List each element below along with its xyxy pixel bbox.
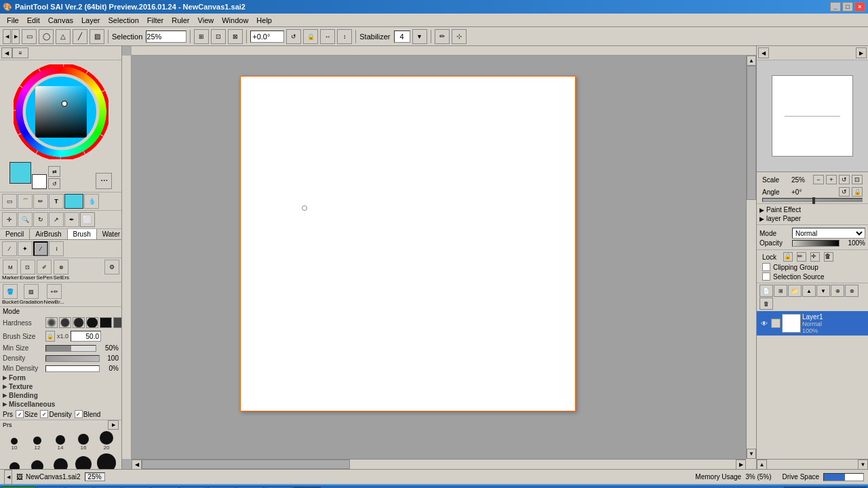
scale-up-btn[interactable]: + [826, 175, 837, 184]
reset-colors-button[interactable]: ↺ [48, 178, 60, 189]
angle-input[interactable] [250, 30, 284, 43]
tool-settings[interactable]: ⚙ [104, 260, 119, 274]
scale-down-btn[interactable]: − [813, 175, 824, 184]
hardness-btn-1[interactable] [45, 317, 58, 328]
color-wheel-container[interactable] [14, 64, 108, 159]
primary-color-swatch[interactable] [9, 162, 31, 184]
tool-shape-circle[interactable]: ◯ [39, 29, 54, 44]
right-scroll-up[interactable]: ▲ [757, 460, 767, 470]
angle-reset-btn-r[interactable]: ↺ [839, 187, 850, 197]
scroll-h-right-btn[interactable]: ▶ [736, 460, 746, 469]
seers-tool[interactable]: ⊗ SelErs [53, 260, 69, 281]
status-nav-back[interactable]: ◀ [4, 470, 12, 485]
left-nav-expand[interactable]: ≡ [12, 47, 28, 58]
angle-lock-r[interactable]: 🔒 [852, 187, 863, 197]
zoom-tool[interactable]: 🔍 [18, 212, 33, 227]
stabilizer-down-btn[interactable]: ▼ [412, 29, 427, 44]
scroll-v-thumb[interactable] [747, 66, 756, 200]
tool-shape-rect[interactable]: ▭ [22, 29, 37, 44]
secondary-color-swatch[interactable] [32, 174, 47, 189]
maximize-button[interactable]: □ [842, 2, 853, 12]
scroll-h-track[interactable] [142, 460, 736, 469]
lock-btn-1[interactable]: 🔒 [783, 252, 793, 262]
layer-tb-delete[interactable]: 🗑 [760, 298, 773, 310]
preset-12[interactable]: 12 [27, 436, 47, 451]
canvas-inner[interactable] [132, 56, 746, 459]
hardness-btn-5[interactable] [100, 317, 112, 328]
preset-14[interactable]: 14 [50, 435, 71, 451]
pen-tool-btn[interactable]: ✏ [435, 29, 450, 44]
layer-tb-merge-vis[interactable]: ⊗ [845, 285, 859, 297]
scroll-h-thumb[interactable] [142, 460, 350, 469]
zoom-100-btn[interactable]: ⊡ [211, 29, 226, 44]
transform-tool[interactable]: ↗ [49, 212, 64, 227]
gradation-tool[interactable]: ▨ Gradation [19, 284, 43, 305]
brush-type-4[interactable]: ≀ [49, 241, 64, 256]
scroll-h-left-btn[interactable]: ◀ [132, 460, 142, 469]
layer-paper-row[interactable]: ▶ layer Paper [757, 214, 868, 223]
drawing-canvas[interactable] [240, 76, 576, 411]
scroll-v-up-btn[interactable]: ▲ [747, 56, 756, 66]
left-nav-back[interactable]: ◀ [1, 47, 12, 58]
tool-shape-line[interactable]: ╱ [73, 29, 87, 44]
stabilizer-input[interactable] [394, 30, 410, 43]
brush-size-lock[interactable]: 🔒 [45, 331, 55, 342]
scale-reset-btn[interactable]: ↺ [839, 175, 850, 184]
text-tool[interactable]: T [49, 194, 64, 209]
menu-canvas[interactable]: Canvas [44, 15, 77, 26]
tab-pencil[interactable]: Pencil [0, 229, 30, 239]
zoom-fit-btn[interactable]: ⊞ [194, 29, 209, 44]
eraser-tool[interactable]: ⊡ Eraser [20, 260, 36, 281]
right-nav-back[interactable]: ◀ [758, 47, 769, 58]
hardness-btn-4[interactable] [86, 317, 98, 328]
misc-section-header[interactable]: ▶ Miscellaneous [0, 400, 121, 409]
opacity-slider[interactable] [792, 240, 840, 247]
paint-effect-row[interactable]: ▶ Paint Effect [757, 205, 868, 214]
brush-type-2[interactable]: ✦ [18, 241, 33, 256]
menu-view[interactable]: View [194, 15, 218, 26]
brush-type-3[interactable]: ∕ [33, 241, 48, 256]
clipping-checkbox[interactable] [762, 263, 770, 271]
sepen-tool[interactable]: ✐ SePen [36, 260, 52, 281]
pen-tool[interactable]: ✏ [33, 194, 48, 209]
tool-shape-polygon[interactable]: △ [56, 29, 71, 44]
layer-tb-down[interactable]: ▼ [816, 285, 830, 297]
newbr-tool[interactable]: +✏ NewBr... [44, 284, 64, 305]
hue-ring-overlay[interactable] [16, 66, 106, 157]
density-checkbox[interactable]: ✓ [40, 410, 48, 418]
move-tool[interactable]: ✛ [2, 212, 17, 227]
menu-selection[interactable]: Selection [104, 15, 143, 26]
select-tool-btn[interactable]: ⊹ [452, 29, 467, 44]
preset-40[interactable]: 40 [73, 456, 94, 469]
menu-help[interactable]: Help [252, 15, 276, 26]
right-scroll-down[interactable]: ▼ [858, 460, 868, 470]
right-nav-forward[interactable]: ▶ [856, 47, 867, 58]
color-display-btn[interactable] [64, 194, 83, 209]
lock-btn-4[interactable]: 🗑 [824, 252, 833, 262]
layer-tb-up[interactable]: ▲ [802, 285, 816, 297]
angle-slider[interactable] [762, 198, 863, 202]
dropper-tool[interactable]: 💧 [84, 194, 99, 209]
zoom-fill-btn[interactable]: ⊠ [228, 29, 243, 44]
brush-type-1[interactable]: ∕ [2, 241, 17, 256]
lock-btn-3[interactable]: ✛ [810, 252, 820, 262]
rotate-tool[interactable]: ↻ [33, 212, 48, 227]
layer-1-visibility[interactable]: 👁 [759, 318, 770, 329]
nav-forward-button[interactable]: ▶ [12, 29, 20, 44]
density-slider[interactable] [45, 355, 100, 362]
tab-airbrush[interactable]: AirBrush [30, 229, 67, 239]
angle-reset-btn[interactable]: ↺ [286, 29, 301, 44]
rect-select-tool[interactable]: ▭ [2, 194, 17, 209]
brush-size-input[interactable] [71, 331, 101, 342]
menu-filter[interactable]: Filter [143, 15, 167, 26]
form-section-header[interactable]: ▶ Form [0, 373, 121, 382]
hardness-btn-3[interactable] [73, 317, 85, 328]
tool-shape-fill[interactable]: ▨ [90, 29, 104, 44]
layer-tb-new[interactable]: 📄 [760, 285, 773, 297]
preset-16[interactable]: 16 [73, 434, 94, 451]
hardness-btn-6[interactable] [113, 317, 122, 328]
layer-item-1[interactable]: 👁 Layer1 Normal 100% [757, 311, 868, 336]
blending-section-header[interactable]: ▶ Blending [0, 391, 121, 400]
right-scroll-track[interactable] [767, 460, 858, 469]
size-checkbox[interactable]: ✓ [16, 410, 24, 418]
